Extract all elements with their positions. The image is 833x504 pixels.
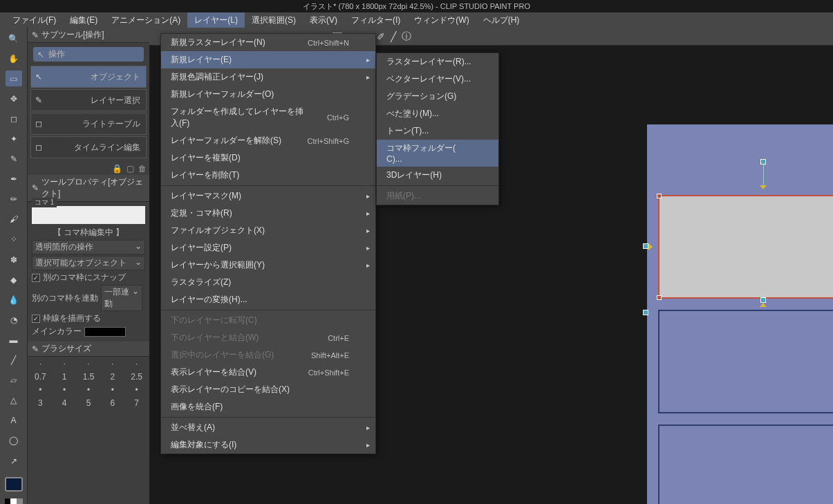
lock-icon[interactable]: 🔒 (112, 164, 122, 174)
operation-tool-icon[interactable]: ▭ (6, 71, 22, 86)
brush-dot[interactable]: • (32, 386, 49, 394)
submenu-gradient[interactable]: グラデーション(G) (377, 88, 498, 105)
menuitem-create-folder[interactable]: フォルダーを作成してレイヤーを挿入(F)Ctrl+G (161, 103, 375, 132)
menuitem-merge-visible[interactable]: 表示レイヤーを結合(V)Ctrl+Shift+E (161, 364, 375, 381)
airbrush-tool-icon[interactable]: ⁘ (6, 232, 22, 248)
balloon-tool-icon[interactable]: ◯ (6, 433, 22, 449)
submenu-vector[interactable]: ベクターレイヤー(V)... (377, 71, 498, 88)
eraser-tool-icon[interactable]: ◆ (6, 272, 22, 288)
figure-tool-icon[interactable]: ╱ (6, 353, 22, 368)
menu-layer[interactable]: レイヤー(L) (187, 12, 245, 28)
menuitem-new-raster[interactable]: 新規ラスターレイヤー(N)Ctrl+Shift+N (161, 34, 375, 51)
help-icon[interactable]: ⓘ (402, 30, 411, 43)
resize-handle-tl[interactable] (657, 194, 662, 198)
property-tab[interactable]: コマ 1 (32, 198, 57, 207)
menu-select[interactable]: 選択範囲(S) (245, 12, 303, 28)
brush-dot[interactable]: • (104, 386, 121, 394)
menuitem-arrange[interactable]: 並べ替え(A) (161, 419, 375, 436)
comic-frame[interactable] (658, 310, 833, 413)
menu-edit[interactable]: 編集(E) (63, 12, 104, 28)
frame-tool-icon[interactable]: ▱ (6, 373, 22, 389)
menuitem-flatten[interactable]: 画像を統合(F) (161, 398, 375, 416)
submenu-frame-folder[interactable]: コマ枠フォルダー( C)... (377, 140, 498, 167)
resize-handle-bl[interactable] (657, 295, 662, 300)
menuitem-new-correction[interactable]: 新規色調補正レイヤー(J) (161, 68, 375, 86)
submenu-tone[interactable]: トーン(T)... (377, 122, 498, 140)
menuitem-rasterize[interactable]: ラスタライズ(Z) (161, 274, 375, 291)
menu-file[interactable]: ファイル(F) (6, 12, 63, 28)
comic-frame[interactable] (658, 424, 833, 504)
pen-tool-icon[interactable]: ✒ (6, 171, 22, 187)
menu-filter[interactable]: フィルター(I) (344, 12, 407, 28)
subtool-light-table[interactable]: ◻ライトテーブル (30, 113, 147, 135)
menuitem-ungroup[interactable]: レイヤーフォルダーを解除(S)Ctrl+Shift+G (161, 132, 375, 149)
submenu-raster[interactable]: ラスターレイヤー(R)... (377, 53, 498, 71)
partial-dropdown[interactable]: 一部連動⌄ (101, 285, 142, 311)
blend-tool-icon[interactable]: 💧 (6, 292, 22, 308)
draw-frame-checkbox[interactable] (32, 315, 40, 323)
menuitem-settings[interactable]: レイヤー設定(P) (161, 239, 375, 256)
edit-path-icon[interactable]: ✐ (377, 31, 385, 42)
menuitem-delete[interactable]: レイヤーを削除(T) (161, 167, 375, 184)
correct-tool-icon[interactable]: ↗ (6, 453, 22, 469)
menuitem-edit-target[interactable]: 編集対象にする(I) (161, 436, 375, 454)
hand-tool-icon[interactable]: ✋ (6, 50, 22, 66)
move-tool-icon[interactable]: ✥ (6, 91, 22, 106)
main-color-well[interactable] (84, 327, 126, 337)
color-swap-icon[interactable] (5, 498, 23, 504)
ruler-tool-icon[interactable]: △ (6, 393, 22, 409)
menuitem-new-folder[interactable]: 新規レイヤーフォルダー(O) (161, 86, 375, 103)
subtool-search[interactable]: ↖ 操作 (33, 47, 144, 62)
menu-help[interactable]: ヘルプ(H) (476, 12, 527, 28)
brush-dot[interactable]: · (80, 360, 97, 368)
eyedropper-tool-icon[interactable]: ✎ (6, 151, 22, 167)
bbox-handle-l[interactable] (643, 243, 648, 249)
menu-window[interactable]: ウィンドウ(W) (407, 12, 476, 28)
comic-frame-selected[interactable] (658, 195, 833, 299)
gradient-tool-icon[interactable]: ▬ (6, 332, 22, 348)
deco-tool-icon[interactable]: ✽ (6, 252, 22, 268)
submenu-3d[interactable]: 3Dレイヤー(H) (377, 167, 498, 184)
new-icon[interactable]: ▢ (127, 164, 134, 174)
menu-view[interactable]: 表示(V) (303, 12, 344, 28)
edge-arrow-left[interactable] (648, 243, 653, 250)
subtool-object[interactable]: ↖オブジェクト (30, 66, 147, 88)
trash-icon[interactable]: 🗑 (138, 164, 147, 174)
menuitem-duplicate[interactable]: レイヤーを複製(D) (161, 149, 375, 167)
brush-tool-icon[interactable]: 🖌 (6, 212, 22, 227)
edge-arrow-top[interactable] (760, 185, 767, 189)
selectable-dropdown[interactable]: 選択可能なオブジェクト⌄ (32, 256, 145, 270)
snap-checkbox[interactable] (32, 274, 40, 282)
bbox-handle-b[interactable] (760, 297, 766, 303)
menuitem-new-layer[interactable]: 新規レイヤー(E) (161, 51, 375, 68)
line-icon[interactable]: ╱ (391, 31, 396, 42)
brush-dot[interactable]: · (128, 360, 145, 368)
subtool-timeline[interactable]: ◻タイムライン編集 (30, 136, 147, 158)
edge-arrow-bottom[interactable] (760, 303, 767, 307)
brush-dot[interactable]: · (104, 360, 121, 368)
menu-animation[interactable]: アニメーション(A) (104, 12, 187, 28)
text-tool-icon[interactable]: A (6, 413, 22, 429)
magnify-tool-icon[interactable]: 🔍 (6, 30, 22, 46)
brush-dot[interactable]: • (128, 386, 145, 394)
fill-tool-icon[interactable]: ◔ (6, 312, 22, 328)
transparent-dropdown[interactable]: 透明箇所の操作⌄ (32, 240, 145, 254)
submenu-fill[interactable]: べた塗り(M)... (377, 105, 498, 122)
pencil-tool-icon[interactable]: ✏ (6, 192, 22, 207)
menuitem-merge-copy[interactable]: 表示レイヤーのコピーを結合(X) (161, 381, 375, 398)
brush-dot[interactable]: • (56, 386, 73, 394)
marquee-tool-icon[interactable]: ◻ (6, 111, 22, 127)
brush-dot[interactable]: • (80, 386, 97, 394)
menuitem-from-selection[interactable]: レイヤーから選択範囲(Y) (161, 256, 375, 274)
subtool-layer-select[interactable]: ✎レイヤー選択 (30, 89, 147, 111)
wand-tool-icon[interactable]: ✦ (6, 131, 22, 147)
brush-dot[interactable]: · (56, 360, 73, 368)
menuitem-fileobj[interactable]: ファイルオブジェクト(X) (161, 222, 375, 239)
bbox-handle-bl[interactable] (643, 310, 648, 315)
menuitem-ruler[interactable]: 定規・コマ枠(R) (161, 205, 375, 222)
menuitem-mask[interactable]: レイヤーマスク(M) (161, 187, 375, 205)
menuitem-convert[interactable]: レイヤーの変換(H)... (161, 291, 375, 308)
foreground-color-swatch[interactable] (5, 477, 23, 492)
brush-dot[interactable]: · (32, 360, 49, 368)
rotation-handle[interactable] (760, 159, 766, 165)
